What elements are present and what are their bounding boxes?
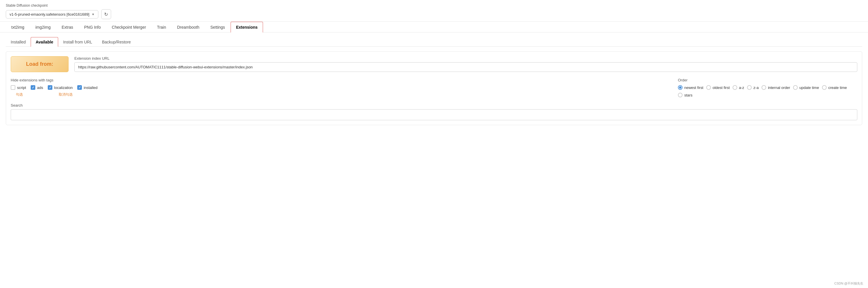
load-from-button[interactable]: Load from:	[11, 56, 69, 72]
checkpoint-row: v1-5-pruned-emaonly.safetensors [6ce0161…	[6, 9, 862, 19]
order-oldest-first-label: oldest first	[713, 85, 730, 90]
radio-update-time[interactable]	[793, 85, 798, 90]
order-a-z[interactable]: a-z	[733, 85, 744, 90]
annotation-check: 勾选	[16, 92, 23, 97]
checkpoint-label: Stable Diffusion checkpoint	[6, 3, 862, 7]
tab-settings[interactable]: Settings	[205, 22, 230, 32]
tab-train[interactable]: Train	[152, 22, 172, 32]
checkbox-script[interactable]	[11, 85, 16, 90]
order-a-z-label: a-z	[739, 85, 744, 90]
tag-label-localization: localization	[54, 85, 73, 90]
tag-label-script: script	[17, 85, 26, 90]
checkbox-ads[interactable]	[31, 85, 35, 90]
extension-url-label: Extension index URL	[74, 56, 857, 61]
extension-url-section: Extension index URL	[74, 56, 857, 72]
tag-item-script[interactable]: script	[11, 85, 26, 90]
order-newest-first[interactable]: newest first	[678, 85, 703, 90]
search-input[interactable]	[11, 109, 857, 120]
main-tabs: txt2img img2img Extras PNG Info Checkpoi…	[0, 22, 868, 32]
tab-dreambooth[interactable]: Dreambooth	[172, 22, 205, 32]
annotation-uncheck: 取消勾选	[59, 92, 73, 97]
tag-item-installed[interactable]: installed	[77, 85, 97, 90]
radio-z-a[interactable]	[747, 85, 752, 90]
extension-url-input[interactable]	[74, 62, 857, 72]
radio-stars[interactable]	[678, 93, 683, 97]
subtab-installed[interactable]: Installed	[6, 37, 31, 47]
order-newest-first-label: newest first	[684, 85, 703, 90]
hide-tags-label: Hide extensions with tags	[11, 78, 666, 82]
order-options: newest first oldest first a-z z-a	[678, 85, 857, 97]
order-update-time[interactable]: update time	[793, 85, 819, 90]
tab-extensions[interactable]: Extensions	[230, 22, 263, 32]
content-area: Installed Available Install from URL Bac…	[0, 32, 868, 130]
subtab-backup-restore[interactable]: Backup/Restore	[97, 37, 136, 47]
main-panel: Load from: Extension index URL Hide exte…	[6, 51, 862, 125]
order-create-time[interactable]: create time	[822, 85, 847, 90]
sub-tabs: Installed Available Install from URL Bac…	[6, 37, 862, 47]
tag-item-localization[interactable]: localization	[48, 85, 73, 90]
tab-pnginfo[interactable]: PNG Info	[79, 22, 106, 32]
order-update-time-label: update time	[799, 85, 819, 90]
radio-oldest-first[interactable]	[706, 85, 711, 90]
checkbox-localization[interactable]	[48, 85, 52, 90]
order-z-a[interactable]: z-a	[747, 85, 758, 90]
hide-tags-section: Hide extensions with tags script ads	[11, 78, 666, 97]
radio-a-z[interactable]	[733, 85, 737, 90]
tag-label-installed: installed	[84, 85, 97, 90]
order-oldest-first[interactable]: oldest first	[706, 85, 730, 90]
radio-create-time[interactable]	[822, 85, 827, 90]
order-create-time-label: create time	[828, 85, 847, 90]
search-label: Search	[11, 103, 857, 108]
tab-checkpoint-merger[interactable]: Checkpoint Merger	[106, 22, 151, 32]
search-section: Search	[11, 103, 857, 120]
order-internal-order-label: internal order	[768, 85, 790, 90]
checkbox-installed[interactable]	[77, 85, 82, 90]
tag-label-ads: ads	[37, 85, 43, 90]
filters-row: Hide extensions with tags script ads	[11, 78, 857, 97]
checkpoint-select[interactable]: v1-5-pruned-emaonly.safetensors [6ce0161…	[6, 10, 98, 19]
checkpoint-value: v1-5-pruned-emaonly.safetensors [6ce0161…	[9, 12, 89, 17]
order-internal-order[interactable]: internal order	[762, 85, 790, 90]
radio-newest-first[interactable]	[678, 85, 683, 90]
subtab-install-from-url[interactable]: Install from URL	[58, 37, 97, 47]
radio-internal-order[interactable]	[762, 85, 766, 90]
order-z-a-label: z-a	[753, 85, 758, 90]
tags-row: script ads localization in	[11, 85, 666, 90]
top-bar: Stable Diffusion checkpoint v1-5-pruned-…	[0, 0, 868, 22]
tag-item-ads[interactable]: ads	[31, 85, 43, 90]
order-stars[interactable]: stars	[678, 93, 692, 97]
order-stars-label: stars	[684, 93, 692, 97]
load-from-section: Load from: Extension index URL	[11, 56, 857, 72]
chevron-down-icon: ▼	[92, 13, 95, 16]
order-label: Order	[678, 78, 857, 82]
subtab-available[interactable]: Available	[31, 37, 58, 47]
tab-img2img[interactable]: img2img	[30, 22, 56, 32]
order-section: Order newest first oldest first a-z	[678, 78, 857, 97]
tab-extras[interactable]: Extras	[56, 22, 79, 32]
tab-txt2img[interactable]: txt2img	[6, 22, 30, 32]
refresh-button[interactable]: ↻	[101, 9, 111, 19]
